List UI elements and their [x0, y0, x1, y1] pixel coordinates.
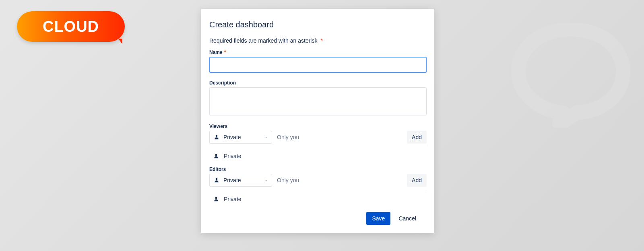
viewers-add-button[interactable]: Add: [407, 131, 427, 144]
dialog-title: Create dashboard: [209, 20, 426, 29]
viewers-select[interactable]: Private: [209, 131, 272, 144]
asterisk-icon: *: [320, 37, 322, 44]
viewers-list-item-label: Private: [224, 153, 242, 159]
chevron-down-icon: [264, 135, 268, 140]
viewers-select-value: Private: [223, 134, 241, 140]
required-note: Required fields are marked with an aster…: [209, 37, 426, 44]
person-icon: [213, 196, 219, 202]
viewers-list-item: Private: [209, 150, 426, 165]
description-input[interactable]: [209, 87, 427, 115]
required-note-text: Required fields are marked with an aster…: [209, 37, 317, 44]
asterisk-icon: *: [224, 49, 226, 55]
description-label: Description: [209, 80, 426, 86]
person-icon: [214, 134, 219, 140]
viewers-label: Viewers: [209, 123, 426, 129]
person-icon: [213, 153, 219, 159]
svg-point-0: [216, 135, 218, 137]
speech-bubble-watermark-icon: [510, 23, 631, 130]
editors-list-item-label: Private: [224, 196, 242, 202]
editors-label: Editors: [209, 167, 426, 172]
editors-row: Private Only you Add: [209, 174, 427, 190]
viewers-row: Private Only you Add: [209, 131, 427, 147]
name-label-text: Name: [209, 49, 223, 55]
viewers-hint: Only you: [277, 134, 402, 140]
editors-select[interactable]: Private: [209, 174, 272, 187]
name-input[interactable]: [209, 57, 427, 73]
editors-add-button[interactable]: Add: [407, 174, 427, 187]
editors-list-item: Private: [209, 193, 426, 208]
editors-hint: Only you: [277, 177, 402, 183]
svg-point-2: [216, 178, 218, 180]
name-label: Name*: [209, 49, 426, 55]
chevron-down-icon: [264, 178, 268, 183]
dialog-footer: Save Cancel: [209, 212, 426, 225]
person-icon: [214, 177, 219, 183]
svg-point-1: [215, 154, 217, 156]
editors-select-value: Private: [223, 177, 241, 183]
create-dashboard-dialog: Create dashboard Required fields are mar…: [201, 9, 434, 233]
cancel-button[interactable]: Cancel: [394, 212, 420, 225]
svg-point-3: [215, 197, 217, 199]
cloud-badge-text: CLOUD: [43, 18, 99, 35]
save-button[interactable]: Save: [366, 212, 390, 225]
cloud-badge: CLOUD: [17, 11, 125, 42]
